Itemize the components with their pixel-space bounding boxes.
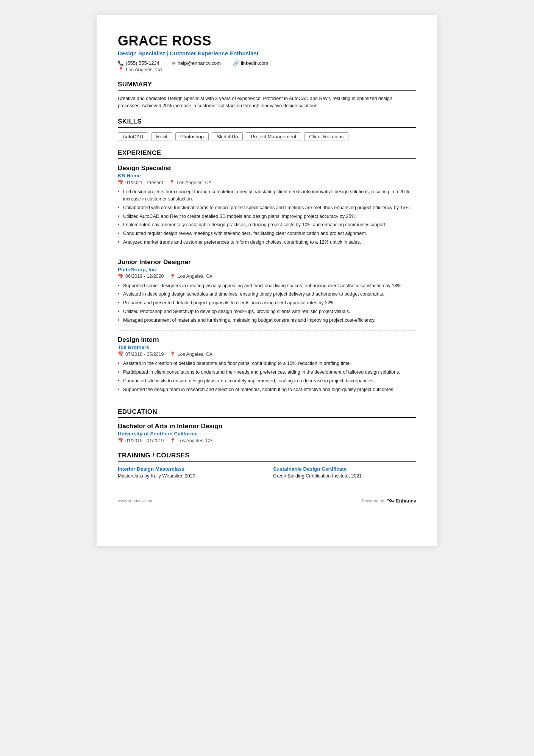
location-icon-3: 📍 <box>170 351 176 357</box>
edu-location: 📍 Los Angeles, CA <box>170 438 212 443</box>
bullet-1-3: Utilized AutoCAD and Revit to create det… <box>118 213 416 220</box>
education-title: EDUCATION <box>118 408 416 418</box>
linkedin-contact: 🔗 linkedin.com <box>233 60 268 66</box>
calendar-icon-2: 📅 <box>118 274 124 279</box>
skill-revit: Revit <box>151 132 172 141</box>
job-meta-3: 📅 07/2018 - 05/2019 📍 Los Angeles, CA <box>118 351 416 357</box>
bullet-3-1: Assisted in the creation of detailed blu… <box>118 360 416 367</box>
job-pultegroup: Junior Interior Designer PulteGroup, Inc… <box>118 258 416 331</box>
edu-school: University of Southern California <box>118 431 416 437</box>
calendar-icon-edu: 📅 <box>118 438 124 443</box>
training-item-1: Interior Design Masterclass Masterclass … <box>118 466 261 479</box>
skill-client-relations: Client Relations <box>304 132 348 141</box>
bullet-2-4: Utilized Photoshop and SketchUp to devel… <box>118 308 416 315</box>
experience-title: EXPERIENCE <box>118 149 416 159</box>
skill-autocad: AutoCAD <box>118 132 148 141</box>
edu-meta: 📅 01/2015 - 01/2019 📍 Los Angeles, CA <box>118 438 416 443</box>
location-text: Los Angeles, CA <box>126 67 162 72</box>
skills-title: SKILLS <box>118 118 416 128</box>
edu-degree: Bachelor of Arts in Interior Design <box>118 423 416 430</box>
bullet-2-5: Managed procurement of materials and fur… <box>118 317 416 324</box>
link-icon: 🔗 <box>233 60 239 66</box>
education-section: EDUCATION Bachelor of Arts in Interior D… <box>118 408 416 443</box>
job-meta-1: 📅 01/2021 - Present 📍 Los Angeles, CA <box>118 180 416 185</box>
job-toll-brothers: Design Intern Toll Brothers 📅 07/2018 - … <box>118 336 416 400</box>
location-icon-edu: 📍 <box>170 438 176 443</box>
summary-text: Creative and dedicated Design Specialist… <box>118 95 416 110</box>
phone-icon: 📞 <box>118 60 124 66</box>
bullet-1-1: Led design projects from concept through… <box>118 188 416 203</box>
skill-sketchup: SketchUp <box>212 132 243 141</box>
enhancv-logo: Enhancv <box>386 498 416 504</box>
job-bullets-3: Assisted in the creation of detailed blu… <box>118 360 416 393</box>
skills-list: AutoCAD Revit Photoshop SketchUp Project… <box>118 132 416 141</box>
job-bullets-1: Led design projects from concept through… <box>118 188 416 246</box>
location-info: 📍 Los Angeles, CA <box>118 67 416 72</box>
calendar-icon-1: 📅 <box>118 180 124 185</box>
training-desc-1: Masterclass by Kelly Wearstler, 2020 <box>118 473 261 479</box>
phone-number: (555) 555-1234 <box>126 60 159 66</box>
powered-by-text: Powered by <box>362 498 384 503</box>
location-contact: 📍 Los Angeles, CA <box>118 67 162 72</box>
linkedin-url: linkedin.com <box>241 60 268 66</box>
skill-project-management: Project Management <box>246 132 301 141</box>
email-address: help@enhancv.com <box>178 60 221 66</box>
job-meta-2: 📅 06/2019 - 12/2020 📍 Los Angeles, CA <box>118 274 416 279</box>
experience-section: EXPERIENCE Design Specialist KB Home 📅 0… <box>118 149 416 400</box>
page-footer: www.enhancv.com Powered by Enhancv <box>118 498 416 504</box>
location-icon-1: 📍 <box>169 180 175 185</box>
header: GRACE ROSS Design Specialist | Customer … <box>118 33 416 72</box>
calendar-icon-3: 📅 <box>118 351 124 357</box>
candidate-name: GRACE ROSS <box>118 33 416 49</box>
bullet-1-4: Implemented environmentally sustainable … <box>118 221 416 229</box>
email-contact: ✉ help@enhancv.com <box>172 60 221 66</box>
job-dates-3: 📅 07/2018 - 05/2019 <box>118 351 164 357</box>
bullet-1-5: Conducted regular design review meetings… <box>118 230 416 237</box>
company-1: KB Home <box>118 173 416 178</box>
contact-info: 📞 (555) 555-1234 ✉ help@enhancv.com 🔗 li… <box>118 60 416 66</box>
training-section: TRAINING / COURSES Interior Design Maste… <box>118 452 416 479</box>
job-title-3: Design Intern <box>118 336 416 344</box>
bullet-3-3: Conducted site visits to ensure design p… <box>118 377 416 385</box>
company-2: PulteGroup, Inc. <box>118 267 416 272</box>
enhancv-brand: Enhancv <box>396 498 416 504</box>
company-3: Toll Brothers <box>118 344 416 350</box>
location-icon: 📍 <box>118 67 124 72</box>
job-kb-home: Design Specialist KB Home 📅 01/2021 - Pr… <box>118 164 416 253</box>
training-title-1: Interior Design Masterclass <box>118 466 261 472</box>
footer-website: www.enhancv.com <box>118 498 152 503</box>
enhancv-icon <box>386 498 395 504</box>
training-item-2: Sustainable Design Certificate Green Bui… <box>273 466 416 479</box>
email-icon: ✉ <box>172 60 176 66</box>
job-title-1: Design Specialist <box>118 164 416 172</box>
bullet-3-4: Supported the design team in research an… <box>118 386 416 393</box>
resume-page: GRACE ROSS Design Specialist | Customer … <box>97 15 437 546</box>
job-title-2: Junior Interior Designer <box>118 258 416 266</box>
job-dates-1: 📅 01/2021 - Present <box>118 180 163 185</box>
bullet-2-2: Assisted in developing design schedules … <box>118 291 416 298</box>
job-location-3: 📍 Los Angeles, CA <box>170 351 212 357</box>
footer-powered: Powered by Enhancv <box>362 498 416 504</box>
job-location-2: 📍 Los Angeles, CA <box>170 274 212 279</box>
edu-dates: 📅 01/2015 - 01/2019 <box>118 438 164 443</box>
training-title-2: Sustainable Design Certificate <box>273 466 416 472</box>
summary-title: SUMMARY <box>118 81 416 91</box>
job-dates-2: 📅 06/2019 - 12/2020 <box>118 274 164 279</box>
summary-section: SUMMARY Creative and dedicated Design Sp… <box>118 81 416 110</box>
skill-photoshop: Photoshop <box>175 132 209 141</box>
bullet-1-2: Collaborated with cross-functional teams… <box>118 204 416 211</box>
phone-contact: 📞 (555) 555-1234 <box>118 60 159 66</box>
bullet-1-6: Analyzed market trends and customer pref… <box>118 239 416 246</box>
bullet-2-3: Prepared and presented detailed project … <box>118 299 416 307</box>
training-title: TRAINING / COURSES <box>118 452 416 462</box>
bullet-3-2: Participated in client consultations to … <box>118 369 416 376</box>
job-bullets-2: Supported senior designers in creating v… <box>118 282 416 324</box>
candidate-title: Design Specialist | Customer Experience … <box>118 50 416 56</box>
training-desc-2: Green Building Certification Institute, … <box>273 473 416 479</box>
skills-section: SKILLS AutoCAD Revit Photoshop SketchUp … <box>118 118 416 141</box>
training-grid: Interior Design Masterclass Masterclass … <box>118 466 416 479</box>
job-location-1: 📍 Los Angeles, CA <box>169 180 211 185</box>
bullet-2-1: Supported senior designers in creating v… <box>118 282 416 290</box>
location-icon-2: 📍 <box>170 274 176 279</box>
